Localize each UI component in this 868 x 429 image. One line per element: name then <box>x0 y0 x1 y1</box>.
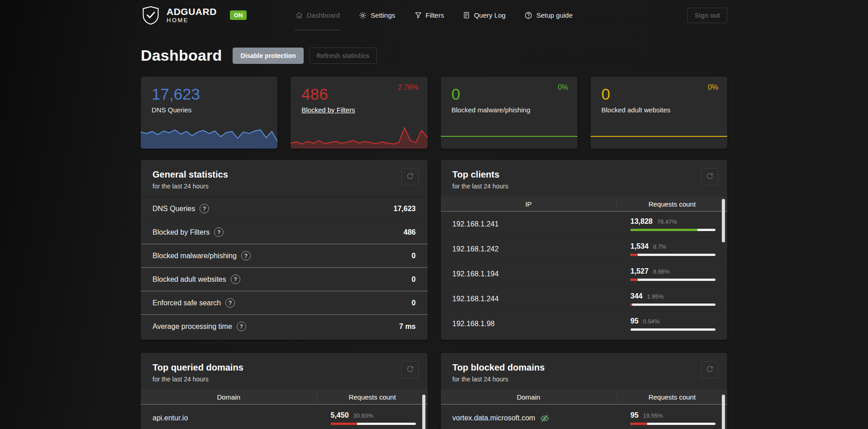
row-percent: 8.7% <box>653 243 667 250</box>
stat-row-value: 0 <box>412 252 416 260</box>
panel-title: General statistics <box>153 169 416 180</box>
refresh-button[interactable] <box>701 168 718 185</box>
stat-row-value: 0 <box>412 275 416 284</box>
help-icon[interactable]: ? <box>225 298 235 308</box>
row-label: api.entur.io <box>153 414 331 422</box>
page-title: Dashboard <box>141 47 222 64</box>
nav-item-setup-guide[interactable]: Setup guide <box>524 0 573 30</box>
blocked-malware-card: 0% 0 Blocked malware/phishing <box>441 77 577 149</box>
sign-out-button[interactable]: Sign out <box>687 8 727 23</box>
blocked-adult-label: Blocked adult websites <box>591 103 727 114</box>
row-count: 95 <box>630 411 639 419</box>
row-count: 95 <box>630 317 639 325</box>
column-header-requests: Requests count <box>616 393 727 401</box>
progress-bar <box>331 423 416 425</box>
help-icon <box>525 11 533 19</box>
blocked-malware-flatline-chart <box>441 136 577 137</box>
stat-row-value: 486 <box>404 228 416 236</box>
stat-row: Enforced safe search?0 <box>141 291 428 314</box>
top-clients-panel: Top clients for the last 24 hours IP Req… <box>441 160 728 340</box>
blocked-filters-sparkline-chart <box>291 119 427 149</box>
blocked-malware-label: Blocked malware/phishing <box>441 103 577 114</box>
shield-logo-icon <box>141 5 161 26</box>
home-icon <box>296 11 303 19</box>
main-nav: DashboardSettingsFiltersQuery LogSetup g… <box>295 0 574 30</box>
refresh-button[interactable] <box>701 361 718 378</box>
blocked-filters-card: 2.76% 486 Blocked by Filters <box>291 77 427 149</box>
top-blocked-domains-rows: vortex.data.microsoft.com9519.55% <box>441 405 728 429</box>
column-header-domain: Domain <box>141 393 317 401</box>
blocked-adult-percent: 0% <box>708 83 718 92</box>
panels-grid: General statistics for the last 24 hours… <box>141 160 727 429</box>
row-count: 1,527 <box>630 267 649 275</box>
row-percent: 78.47% <box>657 218 677 225</box>
scrollbar[interactable] <box>722 395 725 429</box>
row-percent: 0.54% <box>643 318 660 325</box>
blocked-malware-value: 0 <box>441 77 577 103</box>
top-clients-rows: 192.168.1.24113,82878.47%192.168.1.2421,… <box>441 212 728 336</box>
stat-row-label: DNS Queries? <box>153 204 209 213</box>
scrollbar[interactable] <box>422 395 425 429</box>
row-count: 13,828 <box>630 217 653 226</box>
gear-icon <box>359 11 367 19</box>
blocked-adult-card: 0% 0 Blocked adult websites <box>591 77 727 149</box>
stat-row: Blocked by Filters?486 <box>141 220 428 244</box>
help-icon[interactable]: ? <box>231 275 240 284</box>
help-icon[interactable]: ? <box>214 227 224 237</box>
protection-status-badge: ON <box>230 10 247 20</box>
table-row: vortex.data.microsoft.com9519.55% <box>441 405 728 429</box>
nav-item-dashboard[interactable]: Dashboard <box>295 0 341 30</box>
blocked-by-filters-link[interactable]: Blocked by Filters <box>301 106 355 114</box>
row-label: 192.168.1.194 <box>453 270 631 278</box>
scrollbar[interactable] <box>722 199 725 242</box>
help-icon[interactable]: ? <box>200 204 209 213</box>
panel-title: Top queried domains <box>153 362 416 373</box>
dns-queries-label: DNS Queries <box>141 103 277 114</box>
blocked-adult-value: 0 <box>591 77 727 103</box>
dns-queries-sparkline-chart <box>141 119 277 149</box>
refresh-statistics-button[interactable]: Refresh statistics <box>309 48 377 64</box>
stat-row-value: 17,623 <box>394 205 416 213</box>
table-row: 192.168.1.2443441.95% <box>441 286 728 311</box>
row-label: 192.168.1.241 <box>453 220 631 228</box>
panel-title: Top blocked domains <box>453 362 716 373</box>
nav-item-label: Settings <box>371 11 395 19</box>
panel-title: Top clients <box>453 169 716 180</box>
table-row: 192.168.1.98950.54% <box>441 311 728 336</box>
eye-off-icon <box>540 414 549 423</box>
stat-row: Blocked malware/phishing?0 <box>141 244 428 267</box>
nav-item-filters[interactable]: Filters <box>413 0 445 30</box>
general-statistics-panel: General statistics for the last 24 hours… <box>141 160 428 340</box>
stat-row: Average processing time?7 ms <box>141 314 428 338</box>
progress-bar <box>630 279 715 281</box>
progress-bar <box>630 423 715 425</box>
stat-row-label: Blocked adult websites? <box>153 275 240 284</box>
nav-item-settings[interactable]: Settings <box>358 0 396 30</box>
blocked-filters-percent: 2.76% <box>398 83 418 92</box>
blocked-adult-flatline-chart <box>591 136 727 137</box>
column-header-requests: Requests count <box>616 200 727 208</box>
stat-row-label: Blocked by Filters? <box>153 227 224 237</box>
nav-item-label: Query Log <box>474 11 506 19</box>
table-row: 192.168.1.1941,5278.66% <box>441 261 728 286</box>
help-icon[interactable]: ? <box>241 251 251 260</box>
column-header-requests: Requests count <box>317 393 428 401</box>
document-icon <box>463 11 470 19</box>
progress-bar <box>630 254 715 256</box>
column-header-domain: Domain <box>441 393 617 401</box>
row-label: vortex.data.microsoft.com <box>453 414 631 423</box>
help-icon[interactable]: ? <box>237 322 246 331</box>
row-percent: 1.95% <box>647 293 664 300</box>
table-header: IP Requests count <box>441 197 728 212</box>
panel-subtitle: for the last 24 hours <box>453 183 716 190</box>
adguard-logo: ADGUARD HOME ON <box>141 5 247 26</box>
row-percent: 30.93% <box>353 412 373 419</box>
nav-item-query-log[interactable]: Query Log <box>462 0 506 30</box>
disable-protection-button[interactable]: Disable protection <box>233 48 303 64</box>
refresh-button[interactable] <box>401 168 419 185</box>
nav-item-label: Filters <box>425 11 444 19</box>
stat-row: Blocked adult websites?0 <box>141 267 428 291</box>
dashboard-page: Dashboard Disable protection Refresh sta… <box>141 47 727 429</box>
table-header: Domain Requests count <box>141 390 428 405</box>
refresh-button[interactable] <box>401 361 419 378</box>
